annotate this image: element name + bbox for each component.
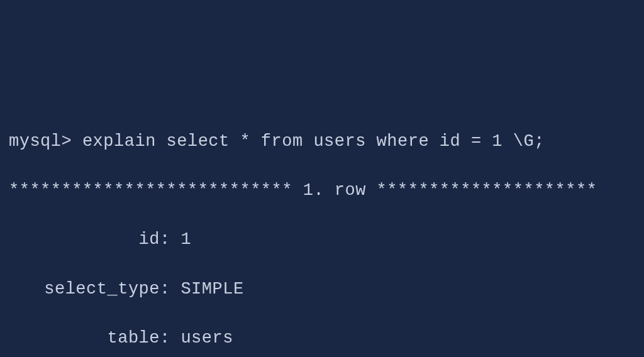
field-label: id bbox=[9, 228, 160, 252]
sql-command: explain select * from users where id = 1… bbox=[82, 132, 545, 151]
field-label: select_type bbox=[9, 277, 160, 302]
row-separator: *************************** 1. row *****… bbox=[9, 178, 635, 203]
result-row-table: table: users bbox=[9, 326, 635, 351]
field-label: table bbox=[9, 326, 160, 351]
field-value: users bbox=[180, 329, 233, 348]
result-row-id: id: 1 bbox=[9, 228, 635, 252]
mysql-prompt: mysql> bbox=[9, 132, 72, 151]
field-value: 1 bbox=[180, 230, 191, 249]
field-value: SIMPLE bbox=[180, 280, 243, 299]
result-row-select-type: select_type: SIMPLE bbox=[9, 277, 635, 302]
terminal-output: mysql> explain select * from users where… bbox=[9, 105, 635, 357]
command-line: mysql> explain select * from users where… bbox=[9, 129, 635, 154]
